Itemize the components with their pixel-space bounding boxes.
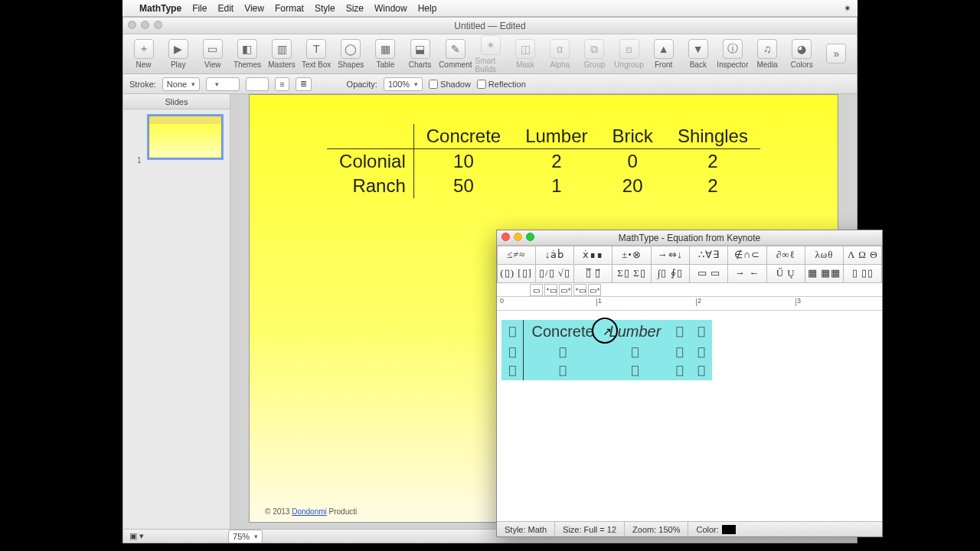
palette-symbol-6[interactable]: ∉∩⊂ [727, 246, 766, 265]
align-2-button[interactable]: ≣ [296, 77, 312, 91]
keynote-toolbar: ＋New▶Play▭View◧Themes▥MastersTText Box◯S… [123, 34, 857, 74]
mathtype-statusbar: Style: Math Size: Full = 12 Zoom: 150% C… [497, 521, 882, 536]
view-button[interactable]: ▭View [197, 39, 228, 69]
matrix-selection[interactable]: ⎕ Concrete Lumber ⎕⎕ ⎕⎕⎕⎕⎕ ⎕⎕⎕⎕⎕ [501, 320, 712, 380]
menu-edit[interactable]: Edit [217, 3, 234, 14]
menu-style[interactable]: Style [315, 3, 335, 14]
ungroup-button[interactable]: ⧈Ungroup [613, 39, 645, 69]
stroke-label: Stroke: [129, 80, 156, 89]
opacity-dropdown[interactable]: 100% [384, 77, 423, 91]
line-weight-input[interactable] [246, 77, 269, 91]
back-button[interactable]: ▼Back [682, 39, 714, 69]
minimize-icon[interactable] [141, 21, 149, 29]
smartbuilds-button[interactable]: ✶Smart Builds [475, 35, 506, 73]
materials-table: Concrete Lumber Brick Shingles Colonial … [327, 124, 760, 198]
palette-template-2[interactable]: ▯̅ ▯⃗ [573, 264, 612, 283]
themes-button[interactable]: ◧Themes [231, 39, 263, 69]
col-concrete: Concrete [413, 124, 513, 149]
palette-template-1[interactable]: ▯/▯ √▯ [535, 264, 574, 283]
stroke-dropdown[interactable]: None [162, 77, 200, 91]
small-tab-2[interactable]: ▭⁺ [559, 284, 572, 296]
cell-concrete[interactable]: Concrete [524, 320, 602, 344]
small-tab-0[interactable]: ▭ [530, 284, 543, 296]
palette-symbol-8[interactable]: λωθ [805, 246, 844, 265]
close-icon[interactable] [501, 233, 510, 241]
cell-lumber[interactable]: Lumber [602, 320, 669, 344]
palette-template-7[interactable]: Ű Ų [766, 264, 805, 283]
zoom-dropdown[interactable]: 75% [228, 530, 263, 543]
sidebar-header: Slides [123, 94, 230, 109]
textbox-button[interactable]: TText Box [301, 39, 332, 69]
zoom-icon[interactable] [154, 21, 162, 29]
front-button[interactable]: ▲Front [648, 39, 679, 69]
group-button[interactable]: ⧉Group [579, 39, 610, 69]
window-titlebar[interactable]: Untitled — Edited [123, 18, 857, 34]
new-button[interactable]: ＋New [128, 39, 159, 69]
palette-template-6[interactable]: → ← [727, 264, 766, 283]
menu-view[interactable]: View [244, 3, 264, 14]
view-mode-icon[interactable]: ▣ ▾ [129, 531, 144, 541]
slide-number: 1 [137, 156, 142, 165]
spotlight-icon[interactable]: ✴︎ [844, 3, 851, 14]
shapes-button[interactable]: ◯Shapes [335, 39, 367, 69]
zoom-icon[interactable] [526, 233, 534, 241]
mask-button[interactable]: ◫Mask [510, 39, 541, 69]
ruler[interactable]: 0 1 2 3 [497, 297, 882, 311]
play-button[interactable]: ▶Play [162, 39, 194, 69]
palette-symbol-7[interactable]: ∂∞ℓ [766, 246, 805, 265]
copyright: © 2013 Dondonmi Producti [265, 507, 357, 516]
template-tabs: ▭⁺▭▭⁺⁺▭▭⁺ [497, 283, 882, 297]
palette-symbol-0[interactable]: ≤≠≈ [497, 246, 536, 265]
format-bar: Stroke: None ≡ ≣ Opacity: 100% Shadow Re… [123, 74, 857, 94]
toolbar-overflow[interactable]: » [821, 44, 852, 65]
copyright-link[interactable]: Dondonmi [292, 507, 327, 516]
col-shingles: Shingles [665, 124, 760, 149]
slides-sidebar: Slides 1 [123, 94, 230, 529]
palette-template-5[interactable]: ▭ ▭ [689, 264, 728, 283]
menu-format[interactable]: Format [275, 3, 304, 14]
palette-template-3[interactable]: Σ▯ Σ▯ [612, 264, 651, 283]
palette-symbol-4[interactable]: →⇔↓ [651, 246, 690, 265]
charts-button[interactable]: ⬓Charts [404, 39, 436, 69]
mathtype-title: MathType - Equation from Keynote [619, 233, 760, 243]
media-button[interactable]: ♫Media [752, 39, 783, 69]
small-tab-4[interactable]: ▭⁺ [588, 284, 601, 296]
palette-symbol-9[interactable]: Λ Ω Θ [843, 246, 882, 265]
palette-template-0[interactable]: (▯) [▯] [497, 264, 536, 283]
palette-symbol-1[interactable]: ↓ȧḃ [535, 246, 574, 265]
table-row: Ranch 50 1 20 2 [327, 174, 760, 198]
equation-canvas[interactable]: ⎕ Concrete Lumber ⎕⎕ ⎕⎕⎕⎕⎕ ⎕⎕⎕⎕⎕ [497, 311, 882, 510]
masters-button[interactable]: ▥Masters [266, 39, 298, 69]
reflection-checkbox[interactable]: Reflection [477, 80, 526, 89]
mathtype-titlebar[interactable]: MathType - Equation from Keynote [497, 230, 882, 246]
close-icon[interactable] [128, 21, 136, 29]
palette-symbol-5[interactable]: ∴∀∃ [689, 246, 728, 265]
minimize-icon[interactable] [514, 233, 522, 241]
palette-symbol-3[interactable]: ±•⊗ [612, 246, 651, 265]
status-color-label: Color: [696, 525, 718, 534]
menu-help[interactable]: Help [418, 3, 437, 14]
menu-window[interactable]: Window [374, 3, 407, 14]
window-title: Untitled — Edited [454, 21, 525, 31]
colors-button[interactable]: ◕Colors [786, 39, 818, 69]
palette-template-8[interactable]: ▦ ▦▦ [805, 264, 844, 283]
slide-thumbnail[interactable] [149, 116, 222, 158]
small-tab-3[interactable]: ⁺▭ [573, 284, 586, 296]
color-swatch[interactable] [722, 525, 736, 534]
palette-symbol-2[interactable]: ẋ∎∎ [573, 246, 612, 265]
opacity-label: Opacity: [347, 80, 377, 89]
table-button[interactable]: ▦Table [370, 39, 401, 69]
alpha-button[interactable]: αAlpha [544, 39, 576, 69]
inspector-button[interactable]: ⓘInspector [717, 39, 748, 69]
small-tab-1[interactable]: ⁺▭ [544, 284, 557, 296]
align-1-button[interactable]: ≡ [275, 77, 289, 91]
line-style-dropdown[interactable] [206, 77, 240, 91]
palette-template-9[interactable]: ▯ ▯▯ [843, 264, 882, 283]
palette-template-4[interactable]: ∫▯ ∮▯ [651, 264, 690, 283]
menu-size[interactable]: Size [346, 3, 364, 14]
menu-file[interactable]: File [192, 3, 207, 14]
menubar-app-name[interactable]: MathType [139, 3, 181, 14]
shadow-checkbox[interactable]: Shadow [429, 80, 471, 89]
mathtype-window: MathType - Equation from Keynote ≤≠≈↓ȧḃẋ… [496, 230, 883, 537]
comment-button[interactable]: ✎Comment [439, 39, 472, 69]
